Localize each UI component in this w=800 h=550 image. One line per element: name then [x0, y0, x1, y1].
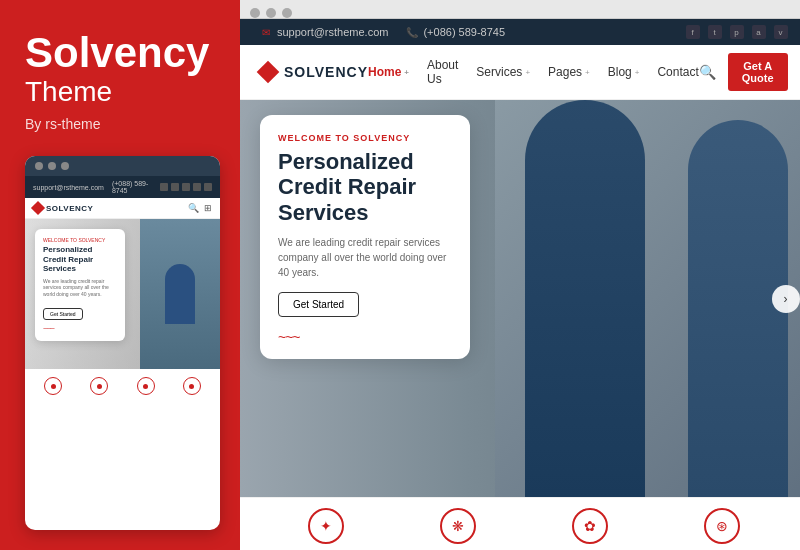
- browser-content: ✉ support@rstheme.com 📞 (+086) 589-8745 …: [240, 19, 800, 550]
- left-panel: Solvency Theme By rs-theme support@rsthe…: [0, 0, 240, 550]
- hero-next-arrow[interactable]: ›: [772, 285, 800, 313]
- bottom-icon-3: ✿: [584, 518, 596, 534]
- nav-pages-label: Pages: [548, 65, 582, 79]
- site-navbar: SOLVENCY Home + About Us Services + Page…: [240, 45, 800, 100]
- hero-heading: Personalized Credit Repair Services: [278, 149, 452, 225]
- brand-title: Solvency: [25, 30, 220, 76]
- mini-logo-diamond-icon: [31, 201, 45, 215]
- hero-get-started-button[interactable]: Get Started: [278, 292, 359, 317]
- bottom-icon-circle-2: ❋: [440, 508, 476, 544]
- mini-social-p: [182, 183, 190, 191]
- mini-topbar: support@rstheme.com (+088) 589-8745: [25, 176, 220, 198]
- bottom-icon-4: ⊛: [716, 518, 728, 534]
- nav-item-blog[interactable]: Blog +: [608, 65, 640, 79]
- social-twitter-icon[interactable]: t: [708, 25, 722, 39]
- mini-icon-circle-1: [44, 377, 62, 395]
- nav-home-arrow-icon: +: [404, 68, 409, 77]
- browser-dot-2: [266, 8, 276, 18]
- site-phone-text: (+086) 589-8745: [423, 26, 505, 38]
- bottom-icon-1: ✦: [320, 518, 332, 534]
- mini-heading: Personalized Credit Repair Services: [43, 245, 117, 274]
- nav-pages-arrow-icon: +: [585, 68, 590, 77]
- nav-item-about[interactable]: About Us: [427, 58, 458, 86]
- bottom-icon-item-1: ✦: [308, 508, 344, 544]
- nav-services-label: Services: [476, 65, 522, 79]
- nav-blog-label: Blog: [608, 65, 632, 79]
- mini-search-icon: 🔍: [188, 203, 199, 213]
- site-topbar: ✉ support@rstheme.com 📞 (+086) 589-8745 …: [240, 19, 800, 45]
- mini-nav: SOLVENCY 🔍 ⊞: [25, 198, 220, 219]
- search-icon[interactable]: 🔍: [699, 64, 716, 80]
- nav-item-home[interactable]: Home +: [368, 65, 409, 79]
- person-silhouette-1: [525, 100, 645, 497]
- browser-chrome: [240, 0, 800, 19]
- mini-hero: WELCOME TO SOLVENCY Personalized Credit …: [25, 219, 220, 369]
- mini-phone: (+088) 589-8745: [112, 180, 160, 194]
- mini-wave-decoration: ~~~: [43, 324, 117, 333]
- social-pinterest-icon[interactable]: p: [730, 25, 744, 39]
- mini-icon-circle-3: [137, 377, 155, 395]
- nav-item-contact[interactable]: Contact: [657, 65, 698, 79]
- site-nav-menu: Home + About Us Services + Pages + Blog …: [368, 58, 699, 86]
- mini-social-v: [204, 183, 212, 191]
- mini-icon-dot-2: [97, 384, 102, 389]
- phone-icon: 📞: [406, 26, 418, 38]
- mini-icon-dot-3: [143, 384, 148, 389]
- mini-nav-icons: 🔍 ⊞: [188, 203, 212, 213]
- mini-person-silhouette: [140, 219, 220, 369]
- by-author: By rs-theme: [25, 116, 220, 132]
- mini-social-a: [193, 183, 201, 191]
- right-panel: ✉ support@rstheme.com 📞 (+086) 589-8745 …: [240, 0, 800, 550]
- nav-item-services[interactable]: Services +: [476, 65, 530, 79]
- bottom-icon-item-3: ✿: [572, 508, 608, 544]
- mini-hero-card: WELCOME TO SOLVENCY Personalized Credit …: [35, 229, 125, 341]
- logo-diamond-icon: [257, 61, 280, 84]
- site-phone-item: 📞 (+086) 589-8745: [406, 26, 505, 38]
- nav-about-label: About Us: [427, 58, 458, 86]
- mini-dot-2: [48, 162, 56, 170]
- mini-icon-dot-1: [51, 384, 56, 389]
- mini-dot-3: [61, 162, 69, 170]
- site-hero: WELCOME TO SOLVENCY Personalized Credit …: [240, 100, 800, 497]
- nav-actions: 🔍 Get A Quote: [699, 53, 788, 91]
- bottom-icon-2: ❋: [452, 518, 464, 534]
- nav-item-pages[interactable]: Pages +: [548, 65, 590, 79]
- site-social: f t p a v: [686, 25, 788, 39]
- mini-grid-icon: ⊞: [204, 203, 212, 213]
- mini-dot-1: [35, 162, 43, 170]
- nav-blog-arrow-icon: +: [635, 68, 640, 77]
- get-quote-button[interactable]: Get A Quote: [728, 53, 788, 91]
- mini-social-t: [171, 183, 179, 191]
- mini-email: support@rstheme.com: [33, 184, 104, 191]
- mini-get-started-button[interactable]: Get Started: [43, 308, 83, 320]
- site-email-item: ✉ support@rstheme.com: [260, 26, 388, 38]
- mini-icon-circle-2: [90, 377, 108, 395]
- hero-description: We are leading credit repair services co…: [278, 235, 452, 280]
- mini-contact-info: support@rstheme.com (+088) 589-8745: [33, 180, 160, 194]
- site-logo-text: SOLVENCY: [284, 64, 368, 80]
- email-icon: ✉: [260, 26, 272, 38]
- mini-social-f: [160, 183, 168, 191]
- mini-icons-row: [25, 369, 220, 399]
- nav-services-arrow-icon: +: [525, 68, 530, 77]
- person-silhouette-2: [688, 120, 788, 497]
- bottom-icon-circle-1: ✦: [308, 508, 344, 544]
- site-contact: ✉ support@rstheme.com 📞 (+086) 589-8745: [260, 26, 505, 38]
- site-logo: SOLVENCY: [260, 64, 368, 80]
- social-facebook-icon[interactable]: f: [686, 25, 700, 39]
- social-appstore-icon[interactable]: a: [752, 25, 766, 39]
- mini-person-shape: [165, 264, 195, 324]
- mini-logo: SOLVENCY: [33, 203, 93, 213]
- mini-browser-bar: [25, 156, 220, 176]
- bottom-icon-circle-4: ⊛: [704, 508, 740, 544]
- mini-icon-3: [137, 377, 155, 395]
- mini-icon-dot-4: [189, 384, 194, 389]
- mini-icon-4: [183, 377, 201, 395]
- mini-social-icons: [160, 183, 212, 191]
- brand-subtitle: Theme: [25, 76, 220, 108]
- site-email-text: support@rstheme.com: [277, 26, 388, 38]
- social-vimeo-icon[interactable]: v: [774, 25, 788, 39]
- mini-icon-1: [44, 377, 62, 395]
- site-bottom-icons: ✦ ❋ ✿ ⊛: [240, 497, 800, 550]
- nav-home-label: Home: [368, 65, 401, 79]
